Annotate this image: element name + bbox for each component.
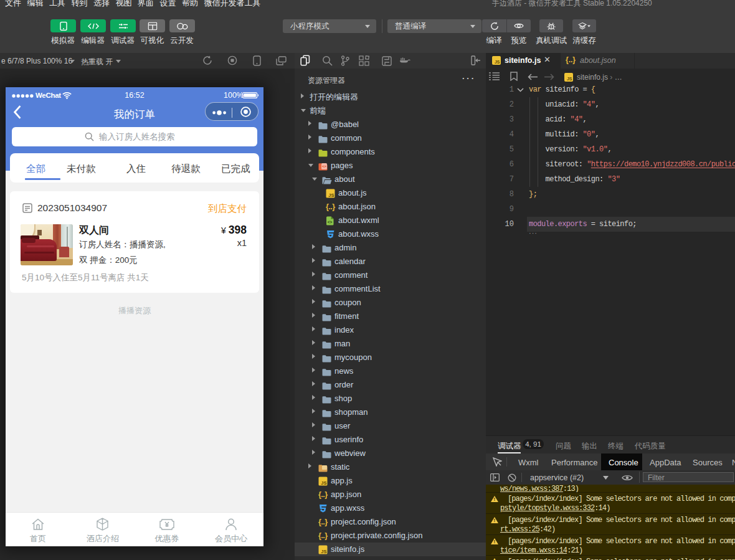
svg-text:<>: <>: [328, 220, 333, 224]
svg-text:JS: JS: [328, 192, 334, 198]
svg-text:JS: JS: [321, 549, 326, 554]
svg-text:JS: JS: [321, 480, 326, 486]
